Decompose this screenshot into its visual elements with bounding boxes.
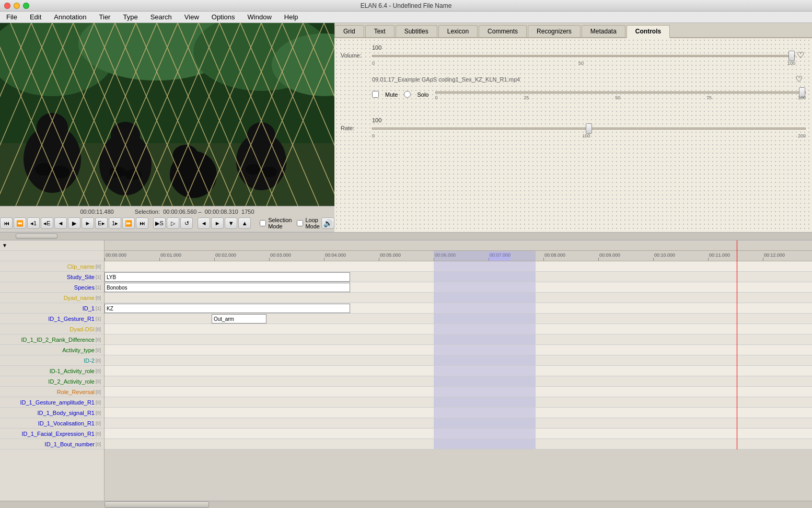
- bottom-scroll-thumb[interactable]: [105, 501, 209, 508]
- prev-frame-button[interactable]: ◄: [54, 217, 67, 229]
- menu-edit[interactable]: Edit: [28, 12, 43, 22]
- window-controls[interactable]: [4, 3, 29, 9]
- ann-block-kz[interactable]: KZ: [105, 304, 350, 313]
- video-frame: [0, 23, 334, 206]
- tick-5: 00:05.000: [379, 252, 401, 261]
- menu-file[interactable]: File: [4, 12, 19, 22]
- ann-row-id1-gesture[interactable]: Out_arm: [105, 314, 812, 324]
- ann-row-dyad-dsi[interactable]: [105, 324, 812, 334]
- ann-row-dyad-name[interactable]: [105, 293, 812, 303]
- menu-options[interactable]: Options: [210, 12, 237, 22]
- video-player[interactable]: [0, 23, 334, 206]
- selection-mode-checkbox[interactable]: [260, 220, 266, 226]
- ann-row-study-site[interactable]: LYB: [105, 272, 812, 282]
- menu-annotation[interactable]: Annotation: [52, 12, 88, 22]
- tabs-bar: Grid Text Subtitles Lexicon Comments Rec…: [334, 23, 812, 38]
- volume-icon-button[interactable]: 🔊: [321, 217, 334, 229]
- sel-overlay: [434, 429, 536, 438]
- loop-button[interactable]: ↺: [180, 217, 193, 229]
- bottom-scrollbar[interactable]: [0, 501, 812, 508]
- tier-label-activity-type: Activity_type [0]: [0, 345, 104, 355]
- ann-row-role-reversal[interactable]: [105, 387, 812, 397]
- menu-help[interactable]: Help: [282, 12, 300, 22]
- sel-overlay: [434, 418, 536, 428]
- rate-slider[interactable]: [372, 128, 806, 130]
- ann-row-id2-activity[interactable]: [105, 376, 812, 387]
- prev-annotation-button[interactable]: ⏪: [14, 217, 26, 229]
- next-frame-button[interactable]: ►: [82, 217, 94, 229]
- go-to-end-button[interactable]: ⏭: [136, 217, 148, 229]
- fast-fwd-button[interactable]: ⏩: [122, 217, 135, 229]
- sel-overlay: [434, 334, 536, 344]
- play-button[interactable]: ▶: [68, 217, 80, 229]
- solo-label: Solo: [417, 91, 428, 98]
- loop-mode-checkbox[interactable]: [297, 220, 303, 226]
- minimize-button[interactable]: [14, 3, 20, 9]
- play-sel-button[interactable]: ▶S: [153, 217, 166, 229]
- menu-window[interactable]: Window: [246, 12, 274, 22]
- back-annotation-button[interactable]: ◂E: [41, 217, 53, 229]
- shift-down-button[interactable]: ▼: [225, 217, 237, 229]
- ann-row-id1-activity[interactable]: [105, 366, 812, 376]
- volume-slider[interactable]: [372, 55, 795, 57]
- ann-row-facial[interactable]: [105, 429, 812, 439]
- tab-text[interactable]: Text: [365, 25, 395, 37]
- mute-checkbox[interactable]: [372, 91, 379, 98]
- ann-block-out-arm[interactable]: Out_arm: [212, 314, 266, 324]
- rate-control-row: Rate: 100 0 100 200: [341, 117, 806, 138]
- ann-row-gesture-amp[interactable]: [105, 397, 812, 408]
- volume-slider-track[interactable]: [372, 52, 795, 60]
- step-fwd-button[interactable]: 1▸: [109, 217, 121, 229]
- shift-right-button[interactable]: ►: [211, 217, 224, 229]
- tab-recognizers[interactable]: Recognizers: [528, 25, 581, 37]
- next-annotation-button[interactable]: E▸: [95, 217, 108, 229]
- ann-row-activity-type[interactable]: [105, 345, 812, 355]
- go-to-begin-button[interactable]: ⏮: [0, 217, 13, 229]
- tier-label-id1-activity: ID-1_Activity_role [0]: [0, 366, 104, 376]
- menu-type[interactable]: Type: [121, 12, 140, 22]
- tier-label-rank-diff: ID_1_ID_2_Rank_Difference [0]: [0, 334, 104, 345]
- volume-slider-container: 100 0 50 100: [372, 44, 795, 66]
- timeline-section: ▼ Clip_name [0] Study_Site [1] Species […: [0, 232, 812, 508]
- ann-block-lyb[interactable]: LYB: [105, 272, 350, 282]
- menu-tier[interactable]: Tier: [97, 12, 113, 22]
- shift-up-button[interactable]: ▲: [238, 217, 251, 229]
- svg-point-18: [246, 164, 261, 175]
- ann-row-clip-name[interactable]: [105, 261, 812, 272]
- ann-row-bout-number[interactable]: [105, 439, 812, 449]
- ann-row-rank-diff[interactable]: [105, 334, 812, 345]
- ann-block-bonobos[interactable]: Bonobos: [105, 283, 350, 292]
- menu-view[interactable]: View: [182, 12, 201, 22]
- timeline-scroll-thumb[interactable]: [16, 234, 57, 239]
- play-loop-button[interactable]: ▷: [167, 217, 179, 229]
- tab-subtitles[interactable]: Subtitles: [396, 25, 437, 37]
- tab-grid[interactable]: Grid: [334, 25, 364, 37]
- selection-mode-toggle[interactable]: Selection Mode: [260, 217, 292, 229]
- sel-overlay: [434, 408, 536, 418]
- rate-slider-track[interactable]: [372, 124, 806, 133]
- solo-radio[interactable]: [404, 91, 411, 98]
- close-button[interactable]: [4, 3, 10, 9]
- tab-comments[interactable]: Comments: [479, 25, 527, 37]
- tab-metadata[interactable]: Metadata: [582, 25, 625, 37]
- tab-lexicon[interactable]: Lexicon: [438, 25, 478, 37]
- ann-row-vocalisation[interactable]: [105, 418, 812, 429]
- shift-left-button[interactable]: ◄: [198, 217, 210, 229]
- tier-expand-row: ▼: [0, 240, 104, 251]
- menu-search[interactable]: Search: [148, 12, 174, 22]
- maximize-button[interactable]: [23, 3, 29, 9]
- ruler-placeholder: [0, 251, 104, 261]
- timeline-scrollbar[interactable]: [0, 232, 812, 240]
- ann-row-id2[interactable]: [105, 355, 812, 366]
- step-back-button[interactable]: ◂1: [27, 217, 40, 229]
- timeline-main[interactable]: 00:00.000 00:01.000 00:02.000 00:03.000: [105, 240, 812, 501]
- title-bar: ELAN 6.4 - Undefined File Name: [0, 0, 812, 11]
- ann-row-body-signal[interactable]: [105, 408, 812, 418]
- tab-controls[interactable]: Controls: [627, 25, 670, 38]
- file-volume-slider[interactable]: [435, 91, 806, 94]
- ann-row-species[interactable]: Bonobos: [105, 282, 812, 293]
- loop-mode-toggle[interactable]: Loop Mode: [297, 217, 320, 229]
- expand-icon[interactable]: ▼: [2, 243, 7, 248]
- menu-bar: File Edit Annotation Tier Type Search Vi…: [0, 11, 812, 23]
- ann-row-id1[interactable]: KZ: [105, 303, 812, 314]
